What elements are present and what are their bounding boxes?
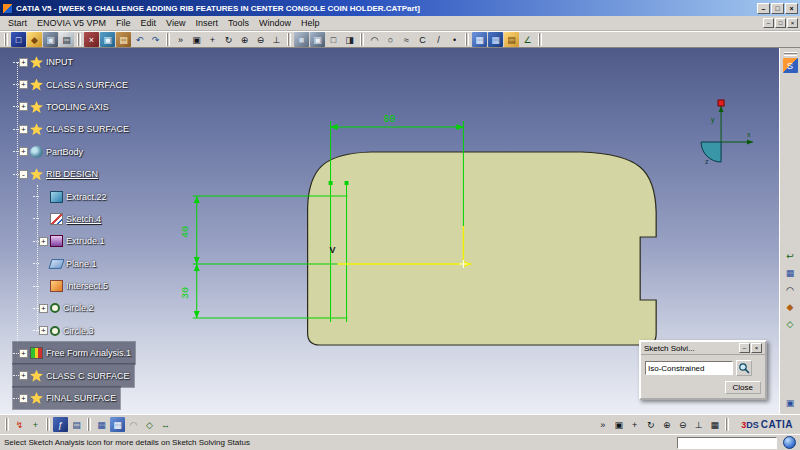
tree-expand-toggle[interactable]: + — [19, 147, 28, 156]
menu-start[interactable]: Start — [3, 17, 32, 29]
sketch-solving-dialog[interactable]: Sketch Solvi... – × Close — [639, 340, 767, 400]
shaded-edges-view-icon[interactable]: ▣ — [310, 32, 325, 47]
hidden-line-view-icon[interactable]: ◨ — [342, 32, 357, 47]
tree-item-extract-22[interactable]: Extract.22 — [33, 185, 111, 207]
toolbar-icon[interactable] — [77, 33, 81, 46]
sketch-grid-icon[interactable]: ▦ — [94, 417, 109, 432]
sketch-analysis-button[interactable] — [736, 360, 752, 376]
dialog-close-icon[interactable]: × — [751, 343, 762, 353]
mdi-minimize-button[interactable]: – — [763, 18, 774, 28]
menu-file[interactable]: File — [111, 17, 136, 29]
point-tool-icon[interactable]: • — [447, 32, 462, 47]
tree-item-intersect-5[interactable]: Intersect.5 — [33, 275, 112, 297]
line-tool-icon[interactable]: / — [431, 32, 446, 47]
open-document-icon[interactable]: ◆ — [27, 32, 42, 47]
selection-filter-icon[interactable]: ▣ — [783, 395, 798, 410]
zoom-out-icon[interactable]: ⊖ — [253, 32, 268, 47]
tree-item-input[interactable]: + INPUT — [13, 51, 77, 73]
tree-expand-toggle[interactable]: + — [19, 125, 28, 134]
toolbar-icon[interactable] — [4, 33, 8, 46]
view-fly-icon[interactable]: » — [595, 417, 610, 432]
tree-expand-toggle[interactable]: + — [39, 326, 48, 335]
redo-icon[interactable]: ↷ — [148, 32, 163, 47]
profile-tool-icon[interactable]: ◠ — [367, 32, 382, 47]
tree-item-class-c-surface[interactable]: + CLASS C SURFACE — [13, 364, 134, 386]
undo-icon[interactable]: ↶ — [132, 32, 147, 47]
power-input-icon[interactable] — [783, 436, 796, 449]
maximize-button[interactable]: □ — [771, 3, 784, 14]
dialog-close-button[interactable]: Close — [725, 381, 761, 394]
menu-help[interactable]: Help — [296, 17, 325, 29]
tree-item-class-b-surface[interactable]: + CLASS B SURFACE — [13, 118, 133, 140]
close-button[interactable]: × — [785, 3, 798, 14]
toolbar-icon[interactable] — [725, 418, 729, 431]
menu-insert[interactable]: Insert — [190, 17, 223, 29]
grid-icon[interactable]: ▦ — [472, 32, 487, 47]
profile-toolbar-icon[interactable]: ◠ — [783, 282, 798, 297]
fly-mode-icon[interactable]: » — [173, 32, 188, 47]
pan-icon[interactable]: + — [205, 32, 220, 47]
dialog-title-bar[interactable]: Sketch Solvi... – × — [641, 342, 765, 355]
dialog-minimize-icon[interactable]: – — [739, 343, 750, 353]
view-fit-all-icon[interactable]: ▣ — [611, 417, 626, 432]
paste-icon[interactable]: ▤ — [116, 32, 131, 47]
rotate-icon[interactable]: ↻ — [221, 32, 236, 47]
constraint-toolbar-icon[interactable]: ◇ — [783, 316, 798, 331]
mdi-close-button[interactable]: × — [787, 18, 798, 28]
catalog-icon[interactable]: ▤ — [504, 32, 519, 47]
view-zoom-in-icon[interactable]: ⊕ — [659, 417, 674, 432]
minimize-button[interactable]: – — [757, 3, 770, 14]
menu-enovia[interactable]: ENOVIA V5 VPM — [32, 17, 111, 29]
view-rotate-icon[interactable]: ↻ — [643, 417, 658, 432]
menu-edit[interactable]: Edit — [136, 17, 162, 29]
tree-item-sketch-4[interactable]: Sketch.4 — [33, 208, 105, 230]
menu-tools[interactable]: Tools — [223, 17, 254, 29]
toolbar-icon[interactable] — [538, 33, 542, 46]
tree-expand-toggle[interactable]: + — [19, 349, 28, 358]
dimensional-constraints-icon[interactable]: ↔ — [158, 417, 173, 432]
view-pan-icon[interactable]: + — [627, 417, 642, 432]
toolbar-grip[interactable] — [784, 52, 797, 56]
update-icon[interactable]: ↯ — [12, 417, 27, 432]
snap-to-point-icon[interactable]: ▦ — [110, 417, 125, 432]
normal-view-icon[interactable]: ⊥ — [269, 32, 284, 47]
dimension-height-upper[interactable]: 40 — [180, 226, 191, 238]
tree-expand-toggle[interactable]: + — [19, 371, 28, 380]
fit-all-in-icon[interactable]: ▣ — [189, 32, 204, 47]
tree-item-class-a-surface[interactable]: + CLASS A SURFACE — [13, 73, 132, 95]
tree-expand-toggle[interactable]: + — [39, 237, 48, 246]
wireframe-view-icon[interactable]: □ — [326, 32, 341, 47]
circle-tool-icon[interactable]: ○ — [383, 32, 398, 47]
toolbar-icon[interactable] — [465, 33, 469, 46]
toolbar-icon[interactable] — [5, 418, 9, 431]
tree-item-circle-2[interactable]: + Circle.2 — [33, 297, 98, 319]
operation-toolbar-icon[interactable]: ◆ — [783, 299, 798, 314]
toolbar-icon[interactable] — [46, 418, 50, 431]
coin-holder-profile[interactable] — [308, 152, 657, 345]
tree-item-circle-3[interactable]: + Circle.3 — [33, 320, 98, 342]
view-multi-icon[interactable]: ▦ — [707, 417, 722, 432]
zoom-in-icon[interactable]: ⊕ — [237, 32, 252, 47]
snap-to-grid-icon[interactable]: ▦ — [488, 32, 503, 47]
toolbar-icon[interactable] — [87, 418, 91, 431]
tree-item-partbody[interactable]: + PartBody — [13, 141, 87, 163]
solving-status-field[interactable] — [645, 361, 733, 375]
measure-icon[interactable]: ∠ — [520, 32, 535, 47]
exit-workbench-icon[interactable]: ↩ — [783, 248, 798, 263]
menu-window[interactable]: Window — [254, 17, 296, 29]
tree-expand-toggle[interactable]: + — [19, 394, 28, 403]
tree-item-plane-1[interactable]: Plane.1 — [33, 253, 101, 275]
view-zoom-out-icon[interactable]: ⊖ — [675, 417, 690, 432]
power-input[interactable] — [677, 437, 777, 449]
tree-item-tooling-axis[interactable]: + TOOLING AXIS — [13, 96, 113, 118]
copy-icon[interactable]: ▣ — [100, 32, 115, 47]
conic-tool-icon[interactable]: C — [415, 32, 430, 47]
menu-view[interactable]: View — [161, 17, 190, 29]
tree-expand-toggle[interactable]: + — [39, 304, 48, 313]
spline-tool-icon[interactable]: ≈ — [399, 32, 414, 47]
new-document-icon[interactable]: □ — [11, 32, 26, 47]
view-normal-icon[interactable]: ⊥ — [691, 417, 706, 432]
design-table-icon[interactable]: ▤ — [69, 417, 84, 432]
dimension-width[interactable]: 80 — [384, 114, 396, 125]
sketch-compass[interactable]: x y z — [701, 100, 753, 165]
